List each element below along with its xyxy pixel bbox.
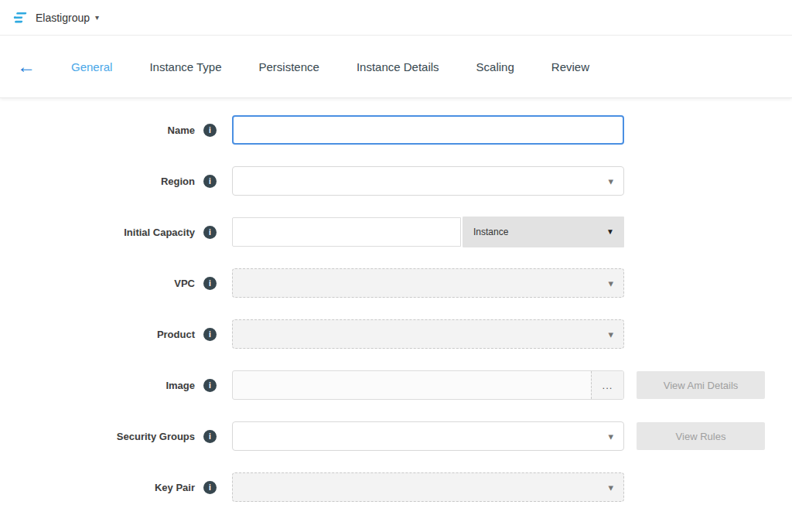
vpc-row: VPC i ▾: [0, 268, 792, 298]
topbar: Elastigroup ▾: [0, 0, 792, 36]
key-pair-select: ▾: [232, 472, 624, 502]
tab-scaling[interactable]: Scaling: [476, 60, 514, 73]
chevron-down-icon: ▾: [608, 176, 613, 186]
chevron-down-icon: ▼: [606, 228, 614, 236]
chevron-down-icon: ▾: [608, 483, 613, 493]
image-input-group: ...: [232, 370, 624, 400]
image-info-icon[interactable]: i: [203, 379, 217, 392]
key-pair-label: Key Pair: [155, 482, 195, 493]
back-arrow-icon[interactable]: ←: [17, 57, 36, 76]
initial-capacity-row: Initial Capacity i Instance ▼: [0, 217, 792, 247]
image-browse-button[interactable]: ...: [591, 371, 623, 399]
brand-dropdown-caret-icon[interactable]: ▾: [95, 13, 99, 22]
security-groups-label: Security Groups: [117, 431, 195, 442]
elastigroup-logo-icon: [11, 9, 29, 27]
security-groups-select[interactable]: ▾: [232, 421, 624, 451]
tab-general[interactable]: General: [71, 60, 112, 73]
vpc-label: VPC: [174, 278, 195, 289]
chevron-down-icon: ▾: [608, 431, 613, 442]
capacity-unit-value: Instance: [473, 227, 508, 237]
key-pair-row: Key Pair i ▾: [0, 472, 792, 503]
initial-capacity-input[interactable]: [232, 217, 461, 247]
initial-capacity-label: Initial Capacity: [124, 227, 195, 238]
chevron-down-icon: ▾: [608, 278, 613, 288]
chevron-down-icon: ▾: [608, 329, 613, 339]
image-row: Image i ... View Ami Details: [0, 370, 792, 401]
initial-capacity-info-icon[interactable]: i: [203, 226, 217, 239]
image-label: Image: [166, 380, 195, 391]
name-label: Name: [168, 124, 195, 136]
general-form: Name i Region i ▾ Initial Capacity i Ins…: [0, 98, 792, 503]
image-input: [233, 371, 591, 399]
product-label: Product: [157, 329, 195, 340]
product-select: ▾: [232, 319, 624, 349]
vpc-info-icon[interactable]: i: [203, 277, 217, 290]
name-info-icon[interactable]: i: [203, 124, 217, 137]
region-label: Region: [161, 176, 195, 187]
wizard-tabs-bar: ← General Instance Type Persistence Inst…: [0, 36, 792, 98]
view-ami-details-button: View Ami Details: [637, 371, 765, 399]
region-row: Region i ▾: [0, 165, 792, 196]
vpc-select: ▾: [232, 268, 624, 298]
security-groups-row: Security Groups i ▾ View Rules: [0, 421, 792, 452]
capacity-unit-select[interactable]: Instance ▼: [463, 217, 624, 247]
product-row: Product i ▾: [0, 319, 792, 350]
tab-instance-type[interactable]: Instance Type: [149, 60, 221, 73]
tab-review[interactable]: Review: [551, 60, 589, 73]
tab-instance-details[interactable]: Instance Details: [357, 60, 439, 73]
view-rules-button: View Rules: [637, 422, 765, 450]
product-info-icon[interactable]: i: [203, 328, 217, 341]
name-input[interactable]: [232, 115, 624, 145]
tab-persistence[interactable]: Persistence: [259, 60, 319, 73]
name-row: Name i: [0, 114, 792, 145]
key-pair-info-icon[interactable]: i: [203, 481, 217, 494]
region-info-icon[interactable]: i: [203, 175, 217, 188]
wizard-tabs: General Instance Type Persistence Instan…: [71, 60, 626, 73]
region-select[interactable]: ▾: [232, 166, 624, 196]
security-groups-info-icon[interactable]: i: [203, 430, 217, 443]
brand-name: Elastigroup: [36, 12, 90, 24]
